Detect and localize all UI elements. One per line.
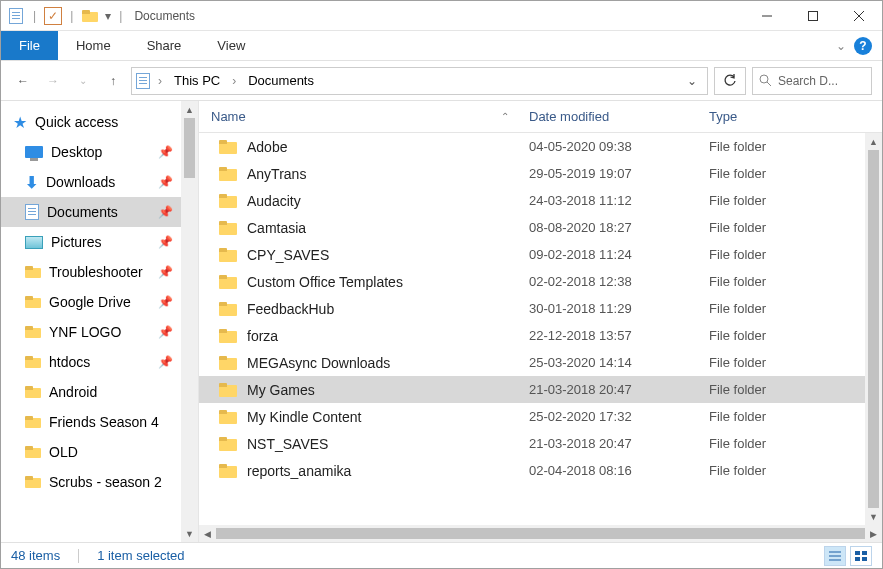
sidebar-item-label: Pictures (51, 234, 102, 250)
nav-history-dropdown[interactable]: ⌄ (71, 69, 95, 93)
sidebar-item-scrubs---season-2[interactable]: Scrubs - season 2 (1, 467, 181, 497)
file-row[interactable]: Audacity24-03-2018 11:12File folder (199, 187, 865, 214)
minimize-button[interactable] (744, 1, 790, 31)
scroll-thumb[interactable] (868, 150, 879, 508)
file-row[interactable]: FeedbackHub30-01-2018 11:29File folder (199, 295, 865, 322)
breadcrumb-this-pc[interactable]: This PC (170, 71, 224, 90)
address-bar[interactable]: › This PC › Documents ⌄ (131, 67, 708, 95)
sidebar-item-google-drive[interactable]: Google Drive📌 (1, 287, 181, 317)
help-button[interactable]: ? (854, 37, 872, 55)
file-name: FeedbackHub (247, 301, 334, 317)
sidebar-item-pictures[interactable]: Pictures📌 (1, 227, 181, 257)
tab-home[interactable]: Home (58, 31, 129, 60)
file-date: 04-05-2020 09:38 (529, 139, 709, 154)
tab-share[interactable]: Share (129, 31, 200, 60)
column-name[interactable]: Name⌃ (199, 109, 529, 124)
scroll-up-icon[interactable]: ▲ (181, 101, 198, 118)
sidebar-item-label: Documents (47, 204, 118, 220)
file-row[interactable]: Camtasia08-08-2020 18:27File folder (199, 214, 865, 241)
file-row[interactable]: Custom Office Templates02-02-2018 12:38F… (199, 268, 865, 295)
qat-properties-icon[interactable]: ✓ (44, 7, 62, 25)
address-dropdown-icon[interactable]: ⌄ (681, 74, 703, 88)
file-type: File folder (709, 220, 865, 235)
pin-icon: 📌 (158, 355, 173, 369)
file-date: 29-05-2019 19:07 (529, 166, 709, 181)
sidebar-item-android[interactable]: Android (1, 377, 181, 407)
breadcrumb-documents[interactable]: Documents (244, 71, 318, 90)
maximize-button[interactable] (790, 1, 836, 31)
file-tab[interactable]: File (1, 31, 58, 60)
pin-icon: 📌 (158, 235, 173, 249)
sidebar-item-desktop[interactable]: Desktop📌 (1, 137, 181, 167)
sort-indicator-icon: ⌃ (501, 111, 509, 122)
sidebar-item-label: Android (49, 384, 97, 400)
sidebar: ★ Quick access Desktop📌⬇Downloads📌Docume… (1, 101, 199, 542)
folder-icon (219, 464, 237, 478)
scroll-down-icon[interactable]: ▼ (181, 525, 198, 542)
folder-icon (219, 302, 237, 316)
folder-icon (25, 356, 41, 368)
folder-icon (219, 140, 237, 154)
scroll-left-icon[interactable]: ◀ (199, 529, 216, 539)
file-date: 30-01-2018 11:29 (529, 301, 709, 316)
scroll-right-icon[interactable]: ▶ (865, 529, 882, 539)
scroll-thumb[interactable] (184, 118, 195, 178)
sidebar-item-htdocs[interactable]: htdocs📌 (1, 347, 181, 377)
file-name: AnyTrans (247, 166, 306, 182)
file-row[interactable]: My Games21-03-2018 20:47File folder (199, 376, 865, 403)
file-name: Adobe (247, 139, 287, 155)
column-date[interactable]: Date modified (529, 109, 709, 124)
sidebar-item-documents[interactable]: Documents📌 (1, 197, 181, 227)
file-name: NST_SAVES (247, 436, 328, 452)
scroll-up-icon[interactable]: ▲ (865, 133, 882, 150)
sidebar-item-troubleshooter[interactable]: Troubleshooter📌 (1, 257, 181, 287)
folder-icon (219, 383, 237, 397)
file-row[interactable]: reports_anamika02-04-2018 08:16File fold… (199, 457, 865, 484)
view-details-button[interactable] (824, 546, 846, 566)
file-row[interactable]: NST_SAVES21-03-2018 20:47File folder (199, 430, 865, 457)
status-item-count: 48 items (11, 548, 60, 563)
file-type: File folder (709, 382, 865, 397)
pin-icon: 📌 (158, 145, 173, 159)
sidebar-item-label: Troubleshooter (49, 264, 143, 280)
chevron-right-icon[interactable]: › (154, 74, 166, 88)
svg-line-5 (767, 82, 771, 86)
scroll-down-icon[interactable]: ▼ (865, 508, 882, 525)
sidebar-item-downloads[interactable]: ⬇Downloads📌 (1, 167, 181, 197)
folder-icon (219, 437, 237, 451)
refresh-button[interactable] (714, 67, 746, 95)
horizontal-scrollbar[interactable]: ◀ ▶ (199, 525, 882, 542)
sidebar-item-old[interactable]: OLD (1, 437, 181, 467)
sidebar-scrollbar[interactable]: ▲ ▼ (181, 101, 198, 542)
tab-view[interactable]: View (199, 31, 263, 60)
column-headers: Name⌃ Date modified Type (199, 101, 882, 133)
scroll-thumb[interactable] (216, 528, 865, 539)
file-type: File folder (709, 463, 865, 478)
file-row[interactable]: Adobe04-05-2020 09:38File folder (199, 133, 865, 160)
file-row[interactable]: MEGAsync Downloads25-03-2020 14:14File f… (199, 349, 865, 376)
search-box[interactable]: Search D... (752, 67, 872, 95)
vertical-scrollbar[interactable]: ▲ ▼ (865, 133, 882, 525)
sidebar-item-friends-season-4[interactable]: Friends Season 4 (1, 407, 181, 437)
file-name: reports_anamika (247, 463, 351, 479)
folder-icon (25, 476, 41, 488)
column-type[interactable]: Type (709, 109, 882, 124)
folder-icon (219, 410, 237, 424)
qat-dropdown-icon[interactable]: ▾ (105, 9, 111, 23)
pictures-icon (25, 236, 43, 249)
sidebar-item-ynf-logo[interactable]: YNF LOGO📌 (1, 317, 181, 347)
file-row[interactable]: AnyTrans29-05-2019 19:07File folder (199, 160, 865, 187)
file-row[interactable]: My Kindle Content25-02-2020 17:32File fo… (199, 403, 865, 430)
nav-up-button[interactable]: ↑ (101, 69, 125, 93)
nav-back-button[interactable]: ← (11, 69, 35, 93)
file-row[interactable]: CPY_SAVES09-02-2018 11:24File folder (199, 241, 865, 268)
sidebar-item-label: YNF LOGO (49, 324, 121, 340)
file-row[interactable]: forza22-12-2018 13:57File folder (199, 322, 865, 349)
close-button[interactable] (836, 1, 882, 31)
nav-forward-button[interactable]: → (41, 69, 65, 93)
view-thumbnails-button[interactable] (850, 546, 872, 566)
sidebar-quick-access[interactable]: ★ Quick access (1, 107, 181, 137)
file-date: 25-02-2020 17:32 (529, 409, 709, 424)
chevron-right-icon[interactable]: › (228, 74, 240, 88)
ribbon-expand-icon[interactable]: ⌄ (836, 39, 846, 53)
